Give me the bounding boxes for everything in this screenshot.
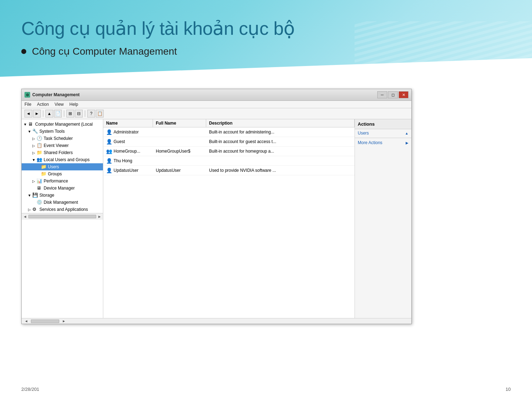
toolbar-btn3[interactable]: ⊞ [66,110,74,117]
event-icon: 📋 [37,143,42,148]
event-expander: ▷ [32,143,36,148]
action-users[interactable]: Users ▲ [355,129,411,137]
slide-title: Công cụ quản lý tài khoản cục bộ [21,18,511,39]
table-row[interactable]: 👥 HomeGroup... HomeGroupUser$ Built-in a… [103,147,355,156]
device-label: Device Manager [44,186,75,191]
action-users-arrow: ▲ [405,131,408,135]
toolbar-up[interactable]: ▲ [45,110,53,117]
tree-groups[interactable]: 📁 Groups [22,170,103,177]
user-icon-4: 👤 [106,168,112,173]
toolbar-sep1 [43,110,43,117]
actions-header: Actions [355,119,411,129]
restore-button[interactable]: ◻ [388,91,398,98]
cell-fullname-4: UpdatusUser [153,167,206,174]
toolbar: ◄ ► ▲ 📄 ⊞ ⊟ ? 📋 [22,108,411,119]
tree-event-viewer[interactable]: ▷ 📋 Event Viewer [22,142,103,149]
scroll-left-btn[interactable]: ◄ [24,319,28,323]
tree-root[interactable]: ▼ 🖥 Computer Management (Local [22,121,103,128]
computer-management-window: ⚙ Computer Management ─ ◻ ✕ File Action … [21,89,412,324]
cell-desc-2: Built-in account for homegroup a... [206,148,355,154]
tree-services[interactable]: ▷ ⚙ Services and Applications [22,206,103,213]
tree-disk-management[interactable]: 💿 Disk Management [22,199,103,206]
table-row[interactable]: 👤 Administrator Built-in account for adm… [103,127,355,137]
footer-date: 2/28/201 [21,387,39,392]
menu-file[interactable]: File [24,102,31,107]
system-tools-icon: 🔧 [32,129,38,134]
toolbar-btn4[interactable]: ⊟ [75,110,83,117]
table-row[interactable]: 👤 Thu Hong [103,156,355,166]
footer-page: 10 [506,387,511,392]
device-expander [32,186,36,190]
root-icon: 🖥 [28,121,34,127]
tree-device-manager[interactable]: 🖥 Device Manager [22,185,103,192]
groups-expander [36,172,40,176]
cell-name-1: 👤 Guest [103,138,153,145]
cell-name-0: 👤 Administrator [103,129,153,136]
bullet-text: Công cụ Computer Management [32,45,177,57]
cell-name-4: 👤 UpdatusUser [103,167,153,174]
action-more[interactable]: More Actions ▶ [355,139,411,147]
cell-name-2: 👥 HomeGroup... [103,148,153,155]
content-panel: Name Full Name Description 👤 Administrat… [103,119,355,318]
cell-name-3: 👤 Thu Hong [103,157,153,164]
groups-icon: 📁 [41,171,46,177]
tree-panel: ▼ 🖥 Computer Management (Local ▼ 🔧 Syste… [22,119,103,318]
local-label: Local Users and Groups [44,157,89,162]
table-row[interactable]: 👤 UpdatusUser UpdatusUser Used to provid… [103,166,355,175]
tree-system-tools[interactable]: ▼ 🔧 System Tools [22,128,103,135]
toolbar-back[interactable]: ◄ [24,110,32,117]
action-more-arrow: ▶ [406,141,408,145]
main-area: ▼ 🖥 Computer Management (Local ▼ 🔧 Syste… [22,119,411,318]
menu-action[interactable]: Action [37,102,49,107]
system-tools-label: System Tools [39,129,65,134]
users-icon: 📁 [41,164,46,170]
tree-storage[interactable]: ▼ 💾 Storage [22,192,103,199]
col-header-fullname[interactable]: Full Name [153,119,206,127]
scroll-right-btn[interactable]: ► [62,319,66,323]
user-list: 👤 Administrator Built-in account for adm… [103,127,355,318]
slide-content: Công cụ quản lý tài khoản cục bộ Công cụ… [0,0,532,399]
local-expander: ▼ [32,158,36,162]
disk-expander [32,200,36,204]
storage-label: Storage [39,193,54,198]
tree-performance[interactable]: ▷ 📊 Performance [22,177,103,185]
perf-expander: ▷ [32,179,36,183]
app-icon: ⚙ [24,92,30,98]
menubar: File Action View Help [22,101,411,108]
system-tools-expander: ▼ [27,129,32,133]
toolbar-btn2[interactable]: 📄 [54,110,62,117]
cell-fullname-2: HomeGroupUser$ [153,148,206,154]
perf-label: Performance [44,179,68,184]
toolbar-forward[interactable]: ► [33,110,41,117]
user-icon-1: 👤 [106,139,112,144]
cell-fullname-1 [153,141,206,142]
user-icon-3: 👤 [106,158,112,164]
cell-desc-4: Used to provide NVIDIA software ... [206,167,355,174]
tree-local-users[interactable]: ▼ 👥 Local Users and Groups [22,156,103,163]
tree-users[interactable]: 📁 Users [22,163,103,170]
actions-panel: Actions Users ▲ More Actions ▶ [355,119,411,318]
cell-desc-3 [206,160,355,162]
root-label: Computer Management (Local [35,122,93,127]
services-icon: ⚙ [32,207,38,212]
action-users-label: Users [358,131,369,136]
col-header-description[interactable]: Description [206,119,355,127]
groups-label: Groups [48,171,62,176]
cell-fullname-0 [153,131,206,133]
task-icon: 🕐 [37,136,42,141]
shared-label: Shared Folders [44,150,73,155]
tree-task-scheduler[interactable]: ▷ 🕐 Task Scheduler [22,135,103,142]
close-button[interactable]: ✕ [399,91,408,98]
action-divider [355,138,411,138]
tree-shared-folders[interactable]: ▷ 📁 Shared Folders [22,149,103,156]
minimize-button[interactable]: ─ [377,91,387,98]
col-header-name[interactable]: Name [103,119,153,127]
toolbar-help[interactable]: ? [87,110,95,117]
menu-help[interactable]: Help [70,102,78,107]
toolbar-btn5[interactable]: 📋 [96,110,104,117]
user-icon-2: 👥 [106,148,112,154]
bullet-section: Công cụ Computer Management [21,45,511,57]
menu-view[interactable]: View [55,102,64,107]
scroll-thumb[interactable] [31,319,59,323]
table-row[interactable]: 👤 Guest Built-in account for guest acces… [103,137,355,147]
